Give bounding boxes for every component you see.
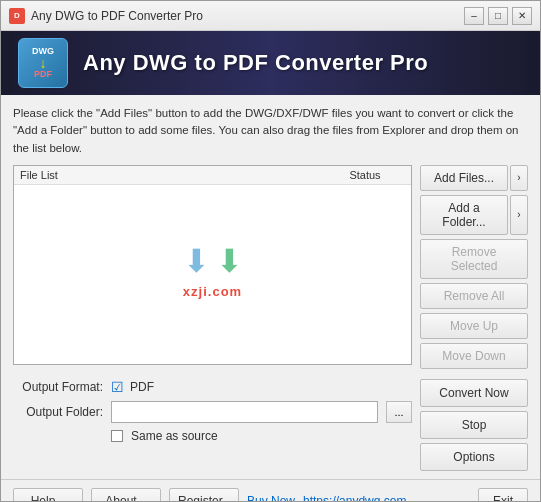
convert-now-button[interactable]: Convert Now [420, 379, 528, 407]
remove-selected-button[interactable]: Remove Selected [420, 239, 528, 279]
output-folder-input[interactable] [111, 401, 378, 423]
window-controls: – □ ✕ [464, 7, 532, 25]
output-format-row: Output Format: ☑ PDF [13, 379, 412, 395]
move-down-button[interactable]: Move Down [420, 343, 528, 369]
output-folder-row: Output Folder: ... [13, 401, 412, 423]
format-text: PDF [130, 380, 154, 394]
output-section: Output Format: ☑ PDF Output Folder: ... … [13, 379, 412, 453]
buy-now-link[interactable]: Buy Now [247, 494, 295, 502]
description-text: Please click the "Add Files" button to a… [13, 105, 528, 157]
window-title: Any DWG to PDF Converter Pro [31, 9, 464, 23]
maximize-button[interactable]: □ [488, 7, 508, 25]
footer: Help... About... Register... Buy Now htt… [1, 479, 540, 502]
same-as-source-row: Same as source [13, 429, 412, 443]
add-folder-row: Add a Folder... › [420, 195, 528, 235]
sidebar-buttons: Add Files... › Add a Folder... › Remove … [420, 165, 528, 369]
website-link[interactable]: https://anydwg.com [303, 494, 406, 502]
file-list-col-name: File List [20, 169, 325, 181]
help-button[interactable]: Help... [13, 488, 83, 502]
watermark-right-arrow: ⬇ [216, 241, 243, 279]
add-folder-button[interactable]: Add a Folder... [420, 195, 508, 235]
watermark-text: xzji.com [183, 283, 243, 298]
stop-button[interactable]: Stop [420, 411, 528, 439]
close-button[interactable]: ✕ [512, 7, 532, 25]
watermark-left-arrow: ⬇ [183, 241, 210, 279]
exit-button[interactable]: Exit [478, 488, 528, 502]
app-title: Any DWG to PDF Converter Pro [83, 50, 428, 76]
minimize-button[interactable]: – [464, 7, 484, 25]
add-files-expand-button[interactable]: › [510, 165, 528, 191]
same-as-source-label: Same as source [131, 429, 218, 443]
output-format-label: Output Format: [13, 380, 103, 394]
browse-button[interactable]: ... [386, 401, 412, 423]
output-folder-label: Output Folder: [13, 405, 103, 419]
about-button[interactable]: About... [91, 488, 161, 502]
same-as-source-checkbox[interactable] [111, 430, 123, 442]
watermark: ⬇ ⬇ xzji.com [183, 241, 243, 298]
register-button[interactable]: Register... [169, 488, 239, 502]
add-folder-expand-button[interactable]: › [510, 195, 528, 235]
title-bar: D Any DWG to PDF Converter Pro – □ ✕ [1, 1, 540, 31]
main-content: Please click the "Add Files" button to a… [1, 95, 540, 479]
remove-all-button[interactable]: Remove All [420, 283, 528, 309]
options-button[interactable]: Options [420, 443, 528, 471]
file-list-col-status: Status [325, 169, 405, 181]
add-files-button[interactable]: Add Files... [420, 165, 508, 191]
logo-arrow-icon: ↓ [40, 56, 47, 70]
app-logo: DWG ↓ PDF [17, 37, 69, 89]
right-action-buttons: Convert Now Stop Options [420, 379, 528, 471]
move-up-button[interactable]: Move Up [420, 313, 528, 339]
file-area: File List Status ⬇ ⬇ xzji.com Add Files.… [13, 165, 528, 369]
file-list-header: File List Status [14, 166, 411, 185]
pdf-checkbox[interactable]: ☑ [111, 379, 124, 395]
file-list-body[interactable]: ⬇ ⬇ xzji.com [14, 185, 411, 355]
add-files-row: Add Files... › [420, 165, 528, 191]
app-icon: D [9, 8, 25, 24]
app-header: DWG ↓ PDF Any DWG to PDF Converter Pro [1, 31, 540, 95]
logo-pdf-text: PDF [34, 70, 52, 79]
output-format-area: ☑ PDF [111, 379, 412, 395]
watermark-logo: ⬇ ⬇ [183, 241, 243, 279]
file-list-panel: File List Status ⬇ ⬇ xzji.com [13, 165, 412, 365]
bottom-controls: Output Format: ☑ PDF Output Folder: ... … [13, 379, 528, 471]
